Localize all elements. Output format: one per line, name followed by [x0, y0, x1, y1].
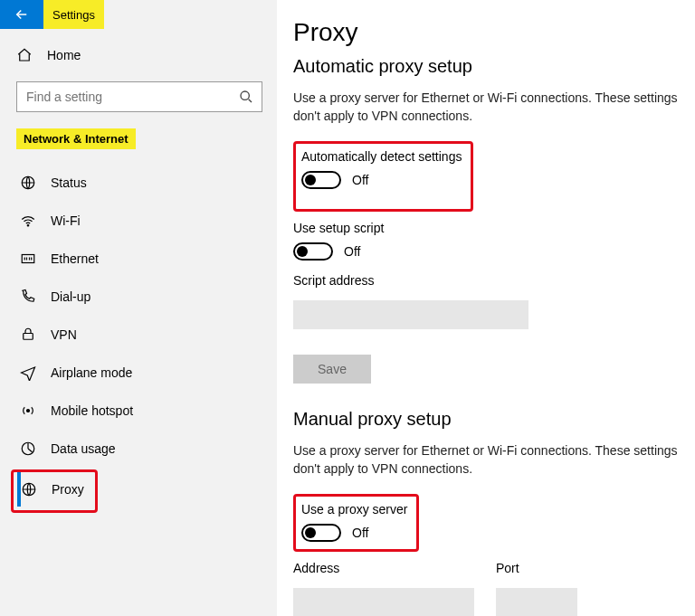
highlight-box-useproxy: Use a proxy server Off: [293, 494, 419, 552]
sidebar-item-label: Airplane mode: [51, 365, 132, 380]
search-wrap: [16, 81, 262, 112]
nav-home[interactable]: Home: [16, 42, 262, 69]
autodetect-state: Off: [352, 173, 368, 187]
sidebar-item-hotspot[interactable]: Mobile hotspot: [16, 393, 262, 428]
main-pane: Proxy Automatic proxy setup Use a proxy …: [277, 0, 695, 616]
sidebar-item-label: Data usage: [51, 441, 116, 456]
sidebar-item-vpn[interactable]: VPN: [16, 317, 262, 352]
port-input[interactable]: [496, 588, 577, 616]
sidebar-item-label: Status: [51, 175, 87, 190]
sidebar-item-wifi[interactable]: Wi-Fi: [16, 204, 262, 238]
auto-help-text: Use a proxy server for Ethernet or Wi-Fi…: [293, 90, 679, 125]
svg-rect-4: [24, 334, 33, 340]
svg-rect-3: [22, 255, 34, 263]
script-address-label: Script address: [293, 273, 679, 288]
sidebar-item-proxy[interactable]: Proxy: [17, 472, 91, 507]
sidebar-item-label: VPN: [51, 327, 77, 342]
wifi-icon: [20, 213, 38, 229]
script-toggle[interactable]: [293, 242, 333, 261]
script-state: Off: [344, 244, 360, 259]
airplane-icon: [20, 365, 38, 381]
sidebar-item-label: Wi-Fi: [51, 213, 81, 228]
autodetect-label: Automatically detect settings: [301, 149, 462, 164]
sidebar-item-label: Proxy: [52, 482, 84, 497]
search-input[interactable]: [16, 81, 262, 112]
script-label: Use setup script: [293, 221, 679, 235]
useproxy-state: Off: [352, 526, 368, 540]
status-icon: [20, 175, 38, 191]
address-label: Address: [293, 561, 474, 575]
category-label: Network & Internet: [16, 128, 136, 149]
useproxy-toggle[interactable]: [301, 524, 341, 542]
sidebar-item-label: Ethernet: [51, 251, 99, 266]
manual-help-text: Use a proxy server for Ethernet or Wi-Fi…: [293, 442, 679, 478]
arrow-left-icon: [14, 6, 30, 23]
data-icon: [20, 441, 38, 457]
titlebar: Settings: [0, 0, 277, 29]
sidebar: Settings Home Network & Internet Status: [0, 0, 277, 616]
save-button[interactable]: Save: [293, 355, 371, 384]
ethernet-icon: [20, 251, 38, 267]
nav-home-label: Home: [47, 48, 81, 62]
sidebar-item-status[interactable]: Status: [16, 166, 262, 200]
section-manual-heading: Manual proxy setup: [293, 409, 679, 430]
sidebar-item-data[interactable]: Data usage: [16, 431, 262, 466]
highlight-box-autodetect: Automatically detect settings Off: [293, 141, 473, 212]
svg-point-5: [27, 410, 30, 412]
back-button[interactable]: [0, 0, 43, 29]
vpn-icon: [20, 327, 38, 343]
useproxy-label: Use a proxy server: [301, 502, 407, 516]
script-address-input[interactable]: [293, 300, 528, 329]
phone-icon: [20, 289, 38, 305]
svg-point-2: [27, 225, 29, 227]
sidebar-item-label: Dial-up: [51, 289, 90, 304]
highlight-box-proxy: Proxy: [11, 469, 98, 513]
page-title: Proxy: [293, 18, 679, 47]
address-input[interactable]: [293, 588, 474, 616]
autodetect-toggle[interactable]: [301, 171, 341, 189]
app-title: Settings: [43, 0, 104, 29]
port-label: Port: [496, 561, 577, 575]
sidebar-item-airplane[interactable]: Airplane mode: [16, 355, 262, 390]
home-icon: [16, 47, 34, 63]
sidebar-item-dialup[interactable]: Dial-up: [16, 280, 262, 314]
sidebar-item-label: Mobile hotspot: [51, 403, 133, 418]
sidebar-item-ethernet[interactable]: Ethernet: [16, 242, 262, 276]
section-auto-heading: Automatic proxy setup: [293, 56, 679, 77]
globe-icon: [21, 481, 39, 498]
hotspot-icon: [20, 403, 38, 419]
